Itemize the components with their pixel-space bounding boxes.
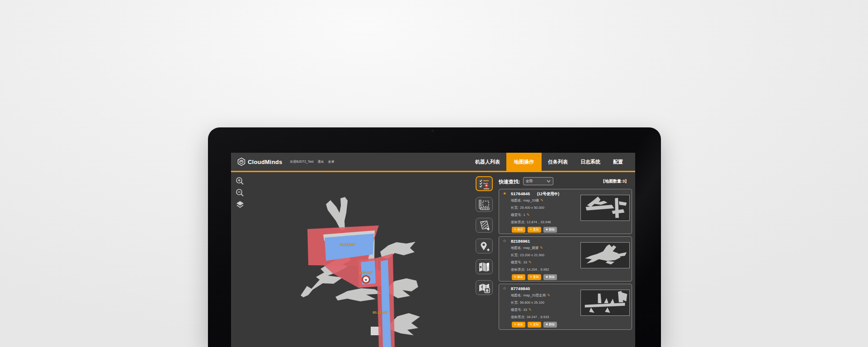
field-label: 地图名: [511, 293, 522, 297]
button-label: 删除 [549, 228, 555, 231]
field-value: 14.204，5.952 [527, 267, 549, 272]
fullscreen-link[interactable]: 全屏 [328, 159, 335, 164]
modify-button[interactable]: ✎修改 [512, 227, 525, 233]
delete-icon: ✖ [546, 323, 548, 326]
robot-position-marker[interactable]: ➤ [362, 275, 370, 284]
map-thumbnail-image [581, 290, 629, 315]
edit-icon[interactable]: ✎ [540, 246, 543, 250]
field-value: 34.247，8.533 [527, 315, 549, 319]
floor-number-row: 楼层号:1✎ [511, 213, 529, 217]
field-label: 坐标原点: [511, 315, 525, 319]
map-in-use-badge: (12号使用中) [537, 192, 559, 197]
copy-button[interactable]: ✎复制 [528, 227, 541, 233]
map-name-row: 地图名:map_33楼✎ [511, 198, 543, 203]
nav-config[interactable]: 配置 [607, 153, 629, 171]
button-label: 复制 [533, 323, 539, 326]
main-content: 40.519m² 8.614m² 80.215m² ➤ [231, 172, 635, 347]
laptop-frame: CloudMinds 欢迎BJDT2_Test 退出 全屏 机器人列表 地图操作… [208, 127, 661, 347]
favorite-star-icon[interactable]: ★ [503, 191, 506, 196]
map-thumbnail[interactable] [580, 242, 630, 268]
add-location-pin-icon [478, 241, 491, 252]
field-label: 地图名: [511, 198, 522, 202]
logout-link[interactable]: 退出 [318, 159, 324, 164]
map-card: ★ 51764845 (12号使用中) 地图名:map_33楼✎ 长宽:25.4… [499, 189, 632, 234]
pencil-icon: ✎ [514, 323, 516, 326]
filter-dropdown[interactable]: 全部 [523, 177, 553, 185]
field-label: 楼层号: [511, 213, 522, 217]
nav-task-list[interactable]: 任务列表 [542, 153, 574, 171]
layers-icon [236, 200, 245, 209]
pencil-icon: ✎ [530, 276, 532, 278]
button-label: 修改 [517, 228, 523, 231]
copy-button[interactable]: ✎复制 [528, 322, 541, 328]
map-thumbnail[interactable] [580, 290, 630, 316]
map-id: 82186961 [511, 239, 530, 244]
field-value: 33 [524, 260, 527, 264]
button-label: 删除 [549, 276, 555, 279]
field-label: 坐标原点: [511, 220, 525, 224]
tool-add-area-button[interactable] [476, 218, 493, 233]
dropdown-value: 全部 [526, 179, 547, 183]
map-list-panel: 快速查找: 全部 【地图数量:3】 ★ 51764845 (12号使用中) [495, 172, 635, 347]
field-label: 坐标原点: [511, 267, 525, 272]
app-screen: CloudMinds 欢迎BJDT2_Test 退出 全屏 机器人列表 地图操作… [231, 153, 635, 347]
nav-robot-list[interactable]: 机器人列表 [469, 153, 506, 171]
field-label: 地图名: [511, 246, 522, 250]
chevron-down-icon [547, 180, 551, 183]
layers-button[interactable] [236, 200, 245, 209]
favorite-star-icon[interactable]: ☆ [503, 239, 506, 243]
brand-name: CloudMinds [248, 159, 282, 165]
map-name-row: 地图名:map_33层走廊✎ [511, 293, 550, 298]
floor-map [231, 172, 495, 347]
edit-icon[interactable]: ✎ [527, 213, 530, 217]
delete-icon: ✖ [546, 228, 548, 231]
add-hatched-area-icon [478, 220, 491, 231]
delete-button[interactable]: ✖删除 [543, 227, 557, 233]
copy-button[interactable]: ✎复制 [528, 274, 541, 280]
delete-button[interactable]: ✖删除 [543, 274, 557, 280]
tool-add-point-button[interactable] [476, 239, 493, 253]
pencil-icon: ✎ [530, 228, 532, 231]
robot-heading-arrow-icon: ➤ [364, 277, 368, 281]
edit-icon[interactable]: ✎ [540, 198, 543, 202]
tool-measure-button[interactable] [476, 197, 493, 212]
zoom-in-icon [236, 177, 245, 186]
delete-button[interactable]: ✖删除 [543, 322, 557, 328]
brand[interactable]: CloudMinds [231, 153, 282, 171]
edit-icon[interactable]: ✎ [528, 308, 532, 312]
welcome-text: 欢迎BJDT2_Test [290, 159, 313, 164]
map-controls [236, 177, 245, 209]
origin-row: 坐标原点:14.204，5.952 [511, 267, 549, 272]
field-value: 33 [524, 308, 527, 312]
map-size-row: 长宽:25.400 x 50.000 [511, 206, 544, 210]
zoom-in-button[interactable] [236, 177, 245, 186]
webcam-dot [431, 130, 434, 132]
field-label: 长宽: [511, 300, 519, 305]
button-label: 复制 [533, 228, 539, 231]
modify-button[interactable]: ✎修改 [512, 274, 525, 280]
tool-upload-map-button[interactable] [476, 280, 493, 295]
tool-task-list-button[interactable] [476, 176, 493, 191]
map-canvas[interactable]: 40.519m² 8.614m² 80.215m² ➤ [231, 172, 495, 347]
area-size-label: 8.614m² [359, 271, 373, 275]
upload-map-icon [478, 282, 491, 293]
card-actions: ✎修改 ✎复制 ✖删除 [512, 227, 557, 233]
nav-map-operations[interactable]: 地图操作 [506, 153, 542, 171]
nav-log-system[interactable]: 日志系统 [574, 153, 607, 171]
map-count-text: 【地图数量:3】 [601, 178, 629, 184]
task-list-pin-icon [478, 178, 491, 189]
favorite-star-icon[interactable]: ☆ [503, 286, 506, 291]
map-with-marker-icon [478, 262, 491, 272]
tool-map-marker-button[interactable] [476, 259, 493, 274]
field-value: 12.874，33.946 [527, 220, 551, 224]
edit-icon[interactable]: ✎ [547, 293, 550, 297]
modify-button[interactable]: ✎修改 [512, 322, 525, 328]
map-thumbnail[interactable] [580, 195, 630, 221]
field-value: 56.600 x 25.100 [520, 300, 544, 305]
field-label: 长宽: [511, 253, 519, 257]
edit-icon[interactable]: ✎ [528, 260, 532, 264]
field-value: map_33楼 [524, 198, 539, 202]
origin-row: 坐标原点:12.874，33.946 [511, 220, 551, 225]
area-size-label: 40.519m² [340, 243, 355, 247]
zoom-out-button[interactable] [236, 188, 245, 197]
